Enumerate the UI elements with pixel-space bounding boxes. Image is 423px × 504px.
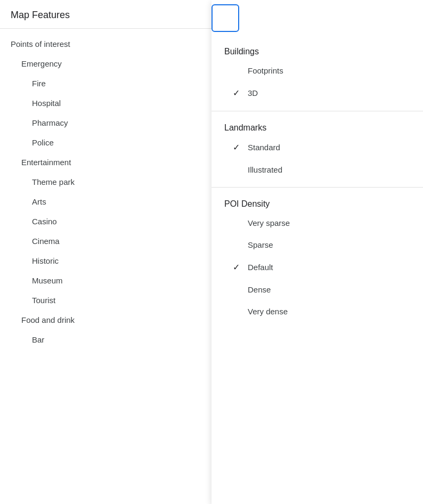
settings-option-illustrated[interactable]: Illustrated <box>224 159 410 181</box>
option-label: Very sparse <box>248 218 290 227</box>
settings-option-footprints[interactable]: Footprints <box>224 60 410 82</box>
settings-option-standard[interactable]: ✓Standard <box>224 136 410 159</box>
panel-list: Points of interestEmergencyFireHospitalP… <box>0 29 212 355</box>
left-panel: Map Features Points of interestEmergency… <box>0 0 212 504</box>
option-label: 3D <box>248 88 258 97</box>
settings-section-title-2: POI Density <box>224 199 410 209</box>
settings-option-dense[interactable]: Dense <box>224 279 410 300</box>
list-item-museum[interactable]: Museum <box>0 271 212 290</box>
list-item-points-of-interest[interactable]: Points of interest <box>0 34 212 54</box>
settings-section-2: POI DensityVery sparseSparse✓DefaultDens… <box>212 190 423 327</box>
settings-divider-0 <box>212 111 423 111</box>
list-item-pharmacy[interactable]: Pharmacy <box>0 113 212 133</box>
settings-option-very-sparse[interactable]: Very sparse <box>224 212 410 234</box>
list-item-theme-park[interactable]: Theme park <box>0 172 212 192</box>
list-item-arts[interactable]: Arts <box>0 192 212 212</box>
option-label: Dense <box>248 285 271 294</box>
checkmark-3d: ✓ <box>233 88 248 98</box>
settings-section-title-0: Buildings <box>224 47 410 56</box>
option-label: Sparse <box>248 240 273 249</box>
list-item-entertainment[interactable]: Entertainment <box>0 152 212 172</box>
checkmark-standard: ✓ <box>233 142 248 152</box>
list-item-cinema[interactable]: Cinema <box>0 231 212 251</box>
settings-section-1: Landmarks✓StandardIllustrated <box>212 113 423 185</box>
list-item-casino[interactable]: Casino <box>0 212 212 231</box>
list-item-police[interactable]: Police <box>0 133 212 152</box>
panel-title: Map Features <box>11 10 70 20</box>
settings-option-very-dense[interactable]: Very dense <box>224 300 410 322</box>
settings-option-sparse[interactable]: Sparse <box>224 234 410 256</box>
checkmark-default: ✓ <box>233 262 248 272</box>
list-item-emergency[interactable]: Emergency <box>0 54 212 74</box>
list-item-tourist[interactable]: Tourist <box>0 290 212 310</box>
panel-header: Map Features <box>0 0 212 29</box>
option-label: Illustrated <box>248 165 282 174</box>
settings-section-0: BuildingsFootprints✓3D <box>212 37 423 109</box>
list-item-food-and-drink[interactable]: Food and drink <box>0 310 212 330</box>
list-item-hospital[interactable]: Hospital <box>0 93 212 113</box>
option-label: Default <box>248 263 273 272</box>
gear-button[interactable] <box>212 4 239 32</box>
settings-option-default[interactable]: ✓Default <box>224 256 410 279</box>
settings-panel: BuildingsFootprints✓3DLandmarks✓Standard… <box>212 0 423 504</box>
option-label: Standard <box>248 143 280 152</box>
list-item-bar[interactable]: Bar <box>0 330 212 349</box>
settings-section-title-1: Landmarks <box>224 123 410 133</box>
settings-option-3d[interactable]: ✓3D <box>224 82 410 104</box>
list-item-fire[interactable]: Fire <box>0 74 212 93</box>
settings-divider-1 <box>212 187 423 188</box>
list-item-historic[interactable]: Historic <box>0 251 212 271</box>
option-label: Footprints <box>248 66 283 75</box>
option-label: Very dense <box>248 307 288 316</box>
